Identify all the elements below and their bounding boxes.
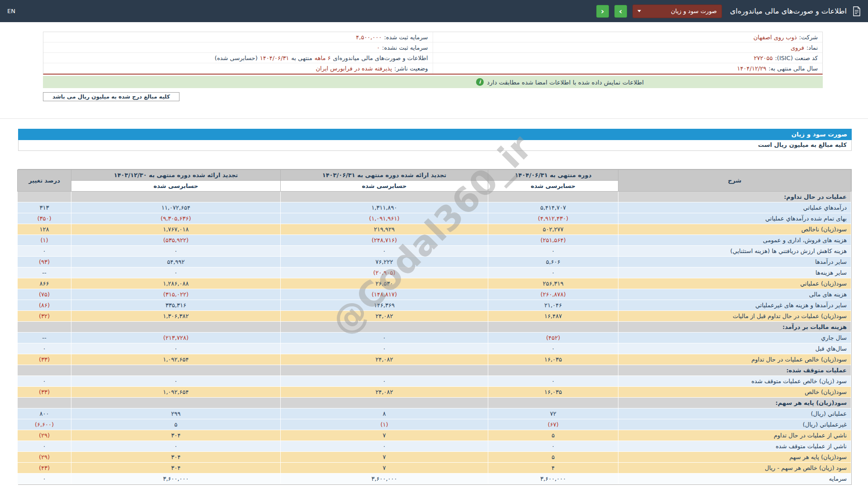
- cell-value: ۲۱۹,۹۲۹: [281, 224, 488, 235]
- table-row: غيرعملياتي (ريال)(۶۷)(۱)۵(۶,۶۰۰): [18, 419, 851, 430]
- language-toggle[interactable]: EN: [7, 8, 15, 14]
- row-label: سود (زيان) خالص عمليات متوقف شده: [618, 376, 851, 387]
- cell-value: ۲۴,۰۸۲: [281, 354, 488, 365]
- table-row: سود(زيان) خالص عمليات در حال تداوم۱۶,۰۳۵…: [18, 354, 851, 365]
- cell-value: (۲۰,۹۰۵): [281, 267, 488, 278]
- note-row: کلیه مبالغ درج شده به میلیون ریال می باش…: [43, 92, 823, 101]
- cell-value: (۳۳): [18, 354, 71, 365]
- table-row: سود(زيان) عملياتي۲۵۶,۳۱۹۲۶,۵۳۰۱,۲۸۶,۰۸۸۸…: [18, 278, 851, 289]
- cell-value: --: [18, 267, 71, 278]
- row-label: هزينه هاى فروش، ادارى و عمومى: [618, 235, 851, 246]
- cell-value: (۳۳): [18, 387, 71, 398]
- income-statement-table: شرح دوره منتهی به ۱۴۰۴/۰۶/۳۱ تجدید ارائه…: [18, 169, 852, 485]
- cell-value: [18, 322, 71, 333]
- cell-value: ۳,۶۰۰,۰۰۰: [488, 474, 618, 484]
- table-row: سود(زيان) عمليات در حال تداوم قبل از مال…: [18, 311, 851, 322]
- row-label: سود(زيان) خالص: [618, 387, 851, 398]
- table-row: هزينه کاهش ارزش دريافتني ها (هزينه استثن…: [18, 246, 851, 257]
- cell-value: (۲۶۰,۸۷۸): [488, 289, 618, 300]
- row-label: عمليات متوقف شده:: [618, 365, 851, 376]
- cell-value: [71, 192, 281, 202]
- cell-value: ۴: [488, 463, 618, 474]
- cell-value: (۷۵): [18, 289, 71, 300]
- col-header-description: شرح: [618, 170, 851, 192]
- row-label: سود(زيان) عملياتي: [618, 278, 851, 289]
- info-symbol: نماد: فروی: [433, 42, 823, 53]
- cell-value: ۵: [488, 430, 618, 441]
- company-info-panel: شرکت: ذوب روی اصفهان سرمایه ثبت شده: ۴,۵…: [43, 32, 823, 75]
- row-label: سود(زيان) پايه هر سهم:: [618, 398, 851, 408]
- cell-value: ۷۲: [488, 408, 618, 419]
- cell-value: (۱۴۸,۸۱۷): [281, 289, 488, 300]
- info-fiscal-year-end: سال مالی منتهی به: ۱۴۰۴/۱۲/۲۹: [433, 63, 823, 74]
- cell-value: [488, 192, 618, 202]
- income-statement-body: عملیات در حال تداوم:درآمدهاي عملياتي۵,۴۱…: [18, 192, 851, 484]
- cell-value: [18, 365, 71, 376]
- row-label: بهاى تمام شده درآمدهاي عملياتي: [618, 213, 851, 224]
- info-company: شرکت: ذوب روی اصفهان: [433, 32, 823, 42]
- cell-value: (۶,۶۰۰): [18, 419, 71, 430]
- cell-value: ۰: [18, 246, 71, 257]
- chevron-down-icon: [637, 10, 641, 12]
- cell-value: ۰: [488, 246, 618, 257]
- cell-value: (۱,۰۹۱,۹۶۱): [281, 213, 488, 224]
- row-label: عملياتي (ريال): [618, 408, 851, 419]
- info-unregistered-capital: سرمایه ثبت نشده: ۰: [43, 42, 433, 53]
- cell-value: ۱۶,۰۳۵: [488, 387, 618, 398]
- cell-value: [281, 365, 488, 376]
- info-icon: i: [476, 78, 484, 86]
- cell-value: [71, 365, 281, 376]
- table-row: ساير هزينه‌ها۰(۲۰,۹۰۵)۰--: [18, 267, 851, 278]
- table-row: ساير درآمدها و هزينه هاى غيرعملياتي۲۱,۰۴…: [18, 300, 851, 311]
- row-label: ناشي از عمليات متوقف شده: [618, 441, 851, 452]
- nav-forward-button[interactable]: ›: [614, 5, 627, 18]
- cell-value: ۰: [281, 376, 488, 387]
- row-label: ساير درآمدها: [618, 257, 851, 267]
- cell-value: ۱,۷۶۷,۰۱۸: [71, 224, 281, 235]
- table-row: ناشي از عمليات در حال تداوم۵۷۳۰۴(۲۹): [18, 430, 851, 441]
- cell-value: ۵,۴۱۴,۷۰۷: [488, 202, 618, 213]
- section-row: هزينه ماليات بر درآمد:: [18, 322, 851, 333]
- cell-value: ۰: [281, 246, 488, 257]
- cell-value: ۰: [18, 441, 71, 452]
- cell-value: ۵۰۲,۲۷۷: [488, 224, 618, 235]
- table-row: بهاى تمام شده درآمدهاي عملياتي(۴,۹۱۲,۴۳۰…: [18, 213, 851, 224]
- table-row: عملياتي (ريال)۷۲۸۲۹۹۸۰۰: [18, 408, 851, 419]
- cell-value: ۰: [488, 267, 618, 278]
- cell-value: ۷: [281, 463, 488, 474]
- cell-value: (۳۱۵,۰۲۲): [71, 289, 281, 300]
- cell-value: ۰: [71, 267, 281, 278]
- nav-back-button[interactable]: ‹: [596, 5, 609, 18]
- audited-label: حسابرسی شده: [71, 181, 281, 192]
- col-header-current-period: دوره منتهی به ۱۴۰۴/۰۶/۳۱: [488, 170, 618, 181]
- banner-text: اطلاعات نمایش داده شده با اطلاعات امضا ش…: [487, 79, 644, 86]
- cell-value: ۰: [18, 343, 71, 354]
- cell-value: ۱,۲۸۶,۰۸۸: [71, 278, 281, 289]
- statement-section: صورت سود و زیان کلیه مبالغ به میلیون ریا…: [18, 129, 852, 485]
- audited-label: حسابرسی شده: [281, 181, 488, 192]
- row-label: سود(زيان) عمليات در حال تداوم قبل از مال…: [618, 311, 851, 322]
- cell-value: ۷: [281, 452, 488, 463]
- table-row: سود(زيان) ناخالص۵۰۲,۲۷۷۲۱۹,۹۲۹۱,۷۶۷,۰۱۸۱…: [18, 224, 851, 235]
- cell-value: (۴۵۲): [488, 333, 618, 343]
- info-isic-code: کد صنعت (ISIC): ۲۷۲۰۵۵: [433, 53, 823, 63]
- cell-value: ۸۶۶: [18, 278, 71, 289]
- cell-value: ۳۳۵,۳۱۶: [71, 300, 281, 311]
- cell-value: (۹,۳۰۵,۶۳۶): [71, 213, 281, 224]
- cell-value: ۰: [281, 333, 488, 343]
- cell-value: (۹۳): [18, 257, 71, 267]
- row-label: سود(زيان) خالص عمليات در حال تداوم: [618, 354, 851, 365]
- table-row: هزينه هاى مالى(۲۶۰,۸۷۸)(۱۴۸,۸۱۷)(۳۱۵,۰۲۲…: [18, 289, 851, 300]
- cell-value: [18, 192, 71, 202]
- table-row: ناشي از عمليات متوقف شده۰۰۰۰: [18, 441, 851, 452]
- table-row: ساير درآمدها۵,۶۰۶۷۶,۲۲۲۵۴,۹۹۲(۹۳): [18, 257, 851, 267]
- row-label: سود(زيان) ناخالص: [618, 224, 851, 235]
- cell-value: ۰: [281, 343, 488, 354]
- table-row: هزينه هاى فروش، ادارى و عمومى(۲۵۱,۵۶۴)(۲…: [18, 235, 851, 246]
- cell-value: ۱,۳۰۶,۳۸۲: [71, 311, 281, 322]
- table-row: درآمدهاي عملياتي۵,۴۱۴,۷۰۷۱,۳۱۱,۸۹۰۱۱,۰۷۲…: [18, 202, 851, 213]
- cell-value: ۱۲۸: [18, 224, 71, 235]
- statement-type-select[interactable]: صورت سود و زیان: [632, 5, 722, 18]
- cell-value: ۲۵۶,۳۱۹: [488, 278, 618, 289]
- cell-value: ۰: [18, 474, 71, 484]
